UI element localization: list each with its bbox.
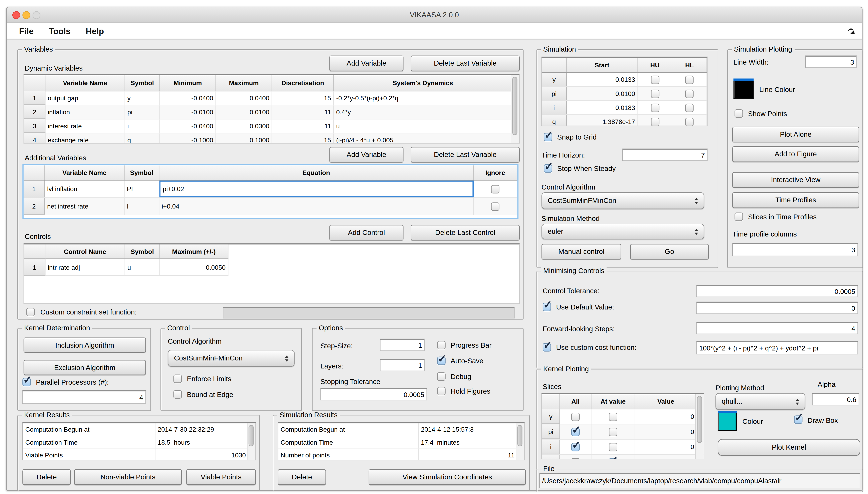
col-header-variable-name[interactable]: Variable Name [46, 75, 125, 91]
scrollbar-thumb[interactable] [249, 425, 254, 446]
kernel-colour-swatch[interactable] [718, 413, 737, 431]
cell-symbol[interactable]: i [125, 119, 160, 133]
enforce-limits-checkbox[interactable] [174, 375, 182, 383]
col-header-discretisation[interactable]: Discretisation [272, 75, 334, 91]
hl-checkbox[interactable] [685, 117, 694, 126]
progress-bar-checkbox[interactable] [437, 341, 446, 349]
hl-checkbox[interactable] [685, 75, 694, 84]
cell-variable-name[interactable]: exchange rate [46, 133, 125, 143]
interactive-view-button[interactable]: Interactive View [733, 172, 859, 188]
col-header-hu[interactable]: HU [638, 58, 672, 72]
time-profile-columns-input[interactable]: 3 [733, 243, 858, 256]
add-control-button[interactable]: Add Control [329, 225, 403, 241]
go-button[interactable]: Go [630, 244, 709, 260]
add-dynamic-variable-button[interactable]: Add Variable [329, 56, 403, 71]
exclusion-algorithm-button[interactable]: Exclusion Algorithm [24, 360, 146, 375]
col-header-all[interactable]: All [560, 394, 592, 409]
custom-cost-function-input[interactable]: 100*(y^2 + (i - pi)^2 + q^2) + ydot^2 + … [696, 341, 858, 354]
hu-checkbox[interactable] [651, 103, 659, 112]
stopping-tolerance-input[interactable]: 0.0005 [320, 388, 427, 400]
forward-looking-steps-input[interactable]: 4 [696, 322, 858, 334]
cell-maximum[interactable]: 0.0300 [216, 119, 272, 133]
cell-value[interactable]: 0 [635, 424, 697, 439]
ignore-checkbox[interactable] [491, 202, 500, 210]
inclusion-algorithm-button[interactable]: Inclusion Algorithm [24, 338, 146, 353]
add-to-figure-button[interactable]: Add to Figure [733, 146, 859, 162]
cell-start[interactable]: 1.3878e-17 [567, 115, 638, 126]
all-checkbox[interactable] [571, 443, 580, 451]
control-tolerance-input[interactable]: 0.0005 [696, 285, 858, 297]
delete-last-control-button[interactable]: Delete Last Control [411, 225, 520, 241]
scrollbar-thumb[interactable] [697, 396, 702, 443]
col-header-at-value[interactable]: At value [592, 394, 635, 409]
all-checkbox[interactable] [571, 428, 580, 436]
col-header-dynamics[interactable]: System's Dynamics [334, 75, 512, 91]
cell-minimum[interactable]: -0.0400 [160, 91, 216, 105]
hu-checkbox[interactable] [651, 75, 659, 84]
control-algorithm-dropdown[interactable]: CostSumMinFMinCon [168, 350, 295, 367]
scrollbar-thumb[interactable] [518, 425, 522, 446]
manual-control-button[interactable]: Manual control [541, 244, 621, 260]
scrollbar[interactable] [516, 423, 524, 460]
col-header-variable-name[interactable]: Variable Name [45, 165, 124, 180]
detach-arrow-icon[interactable] [848, 27, 855, 35]
plotting-method-dropdown[interactable]: qhull... [716, 393, 806, 410]
delete-last-dynamic-variable-button[interactable]: Delete Last Variable [411, 56, 520, 71]
use-default-value-checkbox[interactable] [543, 303, 551, 311]
cell-maximum[interactable]: 0.1000 [216, 133, 272, 143]
step-size-input[interactable]: 1 [380, 339, 425, 351]
hu-checkbox[interactable] [651, 89, 659, 98]
col-header-start[interactable]: Start [567, 58, 638, 72]
col-header-maximum[interactable]: Maximum (+/-) [160, 245, 228, 259]
cell-symbol[interactable]: PI [125, 180, 160, 197]
show-points-checkbox[interactable] [735, 109, 743, 118]
scrollbar[interactable] [247, 423, 255, 460]
cell-discretisation[interactable]: 11 [272, 119, 334, 133]
cell-discretisation[interactable]: 15 [272, 91, 334, 105]
all-checkbox[interactable] [571, 458, 580, 459]
cell-control-name[interactable]: intr rate adj [46, 259, 125, 276]
at-value-checkbox[interactable] [609, 428, 617, 436]
cell-symbol[interactable]: I [125, 198, 160, 215]
col-header-minimum[interactable]: Minimum [160, 75, 216, 91]
all-checkbox[interactable] [571, 413, 580, 421]
cell-dynamics[interactable]: u [334, 119, 512, 133]
scrollbar[interactable] [695, 394, 704, 459]
cell-value[interactable]: 0 [635, 409, 697, 424]
cell-maximum[interactable]: 0.0400 [216, 91, 272, 105]
delete-last-additional-variable-button[interactable]: Delete Last Variable [411, 147, 520, 163]
col-header-control-name[interactable]: Control Name [46, 245, 125, 259]
cell-discretisation[interactable]: 11 [272, 106, 334, 119]
stop-when-steady-checkbox[interactable] [544, 164, 552, 173]
simulation-delete-button[interactable]: Delete [278, 469, 326, 485]
hu-checkbox[interactable] [651, 117, 659, 126]
cell-equation-editing[interactable]: pi+0.02 [159, 180, 474, 197]
cell-symbol[interactable]: pi [125, 106, 160, 119]
menu-help[interactable]: Help [86, 26, 104, 36]
time-horizon-input[interactable]: 7 [622, 149, 707, 161]
draw-box-checkbox[interactable] [794, 415, 802, 424]
scrollbar[interactable] [511, 75, 519, 143]
view-simulation-coordinates-button[interactable]: View Simulation Coordinates [369, 469, 526, 485]
cell-maximum[interactable]: 0.0100 [216, 106, 272, 119]
non-viable-points-button[interactable]: Non-viable Points [74, 469, 182, 485]
plot-alone-button[interactable]: Plot Alone [733, 127, 859, 142]
cell-minimum[interactable]: -0.0400 [160, 119, 216, 133]
bound-at-edge-checkbox[interactable] [174, 390, 182, 399]
col-header-symbol[interactable]: Symbol [125, 245, 160, 259]
col-header-hl[interactable]: HL [672, 58, 707, 72]
line-colour-swatch[interactable] [733, 81, 754, 99]
menu-file[interactable]: File [19, 26, 33, 36]
add-additional-variable-button[interactable]: Add Variable [329, 147, 403, 163]
at-value-checkbox[interactable] [609, 413, 617, 421]
cell-value[interactable]: 0 [635, 455, 697, 459]
processors-input[interactable]: 4 [22, 390, 146, 404]
at-value-checkbox[interactable] [609, 458, 617, 459]
custom-constraint-checkbox[interactable] [26, 308, 35, 316]
cell-discretisation[interactable]: 15 [272, 133, 334, 143]
cell-start[interactable]: 0.0100 [567, 87, 638, 100]
default-value-input[interactable]: 0 [696, 302, 858, 314]
layers-input[interactable]: 1 [380, 359, 425, 371]
cell-symbol[interactable]: y [125, 91, 160, 105]
cell-dynamics[interactable]: 0.4*y [334, 106, 512, 119]
